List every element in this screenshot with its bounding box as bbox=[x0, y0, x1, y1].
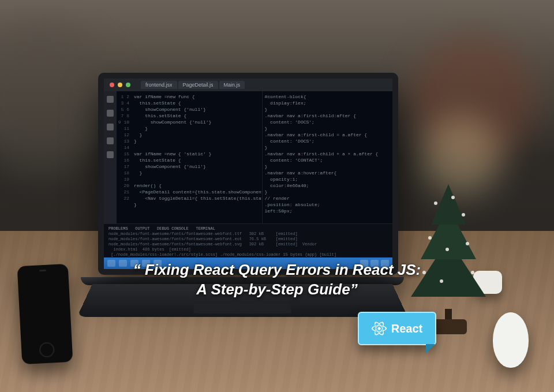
react-logo-icon bbox=[372, 321, 387, 336]
title-line-1: “ Fixing React Query Errors in React JS: bbox=[133, 261, 421, 278]
editor-tab: Main.js bbox=[219, 81, 245, 89]
traffic-light-min-icon bbox=[118, 83, 122, 87]
traffic-light-max-icon bbox=[126, 83, 130, 87]
react-badge-label: React bbox=[391, 322, 422, 335]
search-icon bbox=[107, 110, 114, 117]
terminal-tabs: PROBLEMS OUTPUT DEBUG CONSOLE TERMINAL bbox=[108, 226, 215, 231]
debug-icon bbox=[107, 137, 114, 144]
article-title: “ Fixing React Query Errors in React JS:… bbox=[0, 260, 554, 299]
editor-titlebar: frontend.jsx PageDetail.js Main.js bbox=[104, 79, 392, 91]
traffic-light-close-icon bbox=[110, 83, 114, 87]
editor-tabs: frontend.jsx PageDetail.js Main.js bbox=[141, 81, 245, 89]
title-line-2: A Step-by-Step Guide” bbox=[196, 281, 357, 298]
editor-tab: PageDetail.js bbox=[178, 81, 218, 89]
react-badge: React bbox=[358, 312, 436, 345]
extensions-icon bbox=[107, 151, 114, 158]
git-icon bbox=[107, 124, 114, 130]
hero-image: frontend.jsx PageDetail.js Main.js 1 2 3… bbox=[0, 0, 554, 392]
files-icon bbox=[107, 96, 114, 103]
computer-mouse bbox=[493, 312, 529, 368]
editor-tab: frontend.jsx bbox=[141, 81, 177, 89]
laptop-screen: frontend.jsx PageDetail.js Main.js 1 2 3… bbox=[98, 73, 398, 275]
